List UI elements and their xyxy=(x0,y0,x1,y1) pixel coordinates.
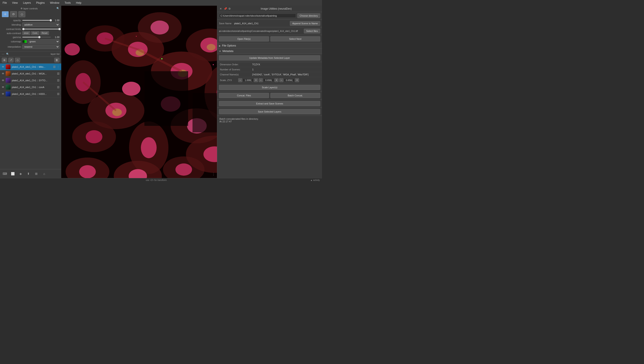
cont-btn[interactable]: Cont. xyxy=(31,31,39,35)
shapes-layer-btn[interactable]: ↗ xyxy=(8,58,14,62)
reset-btn[interactable]: Reset xyxy=(40,31,49,35)
layer-dots-0[interactable]: ⋮ xyxy=(57,65,60,68)
svg-point-17 xyxy=(150,20,169,34)
opacity-slider[interactable] xyxy=(22,20,51,21)
menu-help[interactable]: Help xyxy=(75,1,82,5)
layer-list-title: layer list xyxy=(51,53,60,55)
layer-name-2: plate1_A14_site1_Ch1 :: SYTO... xyxy=(12,79,56,82)
move-tool-btn[interactable]: ✛ xyxy=(2,11,9,17)
scale-y-plus-btn[interactable]: + xyxy=(275,78,279,82)
file-path-text: ari-ndev\docs\tutorial\cellpainting\Conc… xyxy=(219,30,303,32)
menu-plugins[interactable]: Plugins xyxy=(35,1,46,5)
menu-tools[interactable]: Tools xyxy=(64,1,72,5)
layer-image-icon-2: 🖼 xyxy=(57,79,60,82)
layer-item-2[interactable]: 👁 plate1_A14_site1_Ch1 :: SYTO... 🖼 xyxy=(0,77,61,84)
menu-view[interactable]: View xyxy=(11,1,19,5)
scale-y-input[interactable] xyxy=(263,78,274,82)
contrast-row: contrast limits: xyxy=(2,28,60,30)
directory-path-input[interactable] xyxy=(219,14,296,18)
eye-icon-3[interactable]: 👁 xyxy=(2,86,4,89)
settings-icon[interactable]: ⚙ xyxy=(228,7,231,10)
scale-layer-btn[interactable]: Scale Layer(s) xyxy=(219,85,320,90)
eye-icon-0[interactable]: 👁 xyxy=(2,65,4,68)
extract-save-btn[interactable]: Extract and Save Scenes xyxy=(219,101,320,106)
layer-controls-title: layer controls xyxy=(24,7,38,10)
layer-item-3[interactable]: 👁 plate1_A14_site1_Ch1 :: conA 🖼 xyxy=(0,84,61,91)
save-name-row: Save Name plate1_A14_site1_Ch1 Append Sc… xyxy=(217,20,322,27)
interpolation-row: interpolation: nearest xyxy=(2,44,60,49)
scale-layer-row: Scale Layer(s) xyxy=(217,84,322,92)
scale-z-plus-btn[interactable]: + xyxy=(254,78,258,82)
layer-name-4: plate1_A14_site1_Ch1 :: H333... xyxy=(12,93,56,95)
grid-icon[interactable]: ⊞ xyxy=(33,171,39,177)
layer-item-4[interactable]: 👁 plate1_A14_site1_Ch1 :: H333... 🖼 xyxy=(0,91,61,98)
scale-row: Scale, ZYX − + − + − + xyxy=(217,77,322,84)
blending-select[interactable]: additive xyxy=(22,22,60,27)
layer-toolbar: ⊕ ↗ ◇ 🗑 xyxy=(0,57,61,64)
select-layer-btn[interactable]: ⊕ xyxy=(2,58,7,62)
metadata-section-header[interactable]: ▼ Metadata xyxy=(217,48,322,54)
scale-z-minus-btn[interactable]: − xyxy=(238,78,242,82)
menu-layers[interactable]: Layers xyxy=(22,1,32,5)
scale-y-minus-btn[interactable]: − xyxy=(259,78,263,82)
microscopy-canvas xyxy=(61,6,217,178)
activity-label[interactable]: ▲ activity xyxy=(310,179,320,181)
layer-item-0[interactable]: 👁 plate1_A14_site1_Ch1 :: Mito... 🖼 ⋮ xyxy=(0,64,61,70)
eye-icon-2[interactable]: 👁 xyxy=(2,79,4,82)
close-panel-btn[interactable]: ✕ xyxy=(219,7,223,10)
layer-thumb-1 xyxy=(6,71,11,76)
menu-file[interactable]: File xyxy=(2,1,8,5)
canvas-area[interactable]: ⋮ xyxy=(61,6,217,178)
eye-icon-4[interactable]: 👁 xyxy=(2,92,4,96)
colormap-row: colormap: green xyxy=(2,39,60,44)
pin-icon[interactable]: 📌 xyxy=(224,7,227,10)
select-tool-btn[interactable]: ◇ xyxy=(18,11,25,17)
layer-item-1[interactable]: 👁 plate1_A14_site1_Ch1 :: WGA... 🖼 xyxy=(0,70,61,77)
open-select-row: Open File(s) Select Next xyxy=(217,35,322,43)
dimension-order-label: Dimension Order: xyxy=(220,63,251,66)
gamma-label: gamma: xyxy=(2,36,22,38)
layer-name-0: plate1_A14_site1_Ch1 :: Mito... xyxy=(12,66,52,68)
colormap-select[interactable]: green xyxy=(28,39,60,44)
log-area: Batch concatenated files in directory. A… xyxy=(217,116,322,178)
menu-window[interactable]: Window xyxy=(49,1,60,5)
move-icon: ⊕ xyxy=(21,7,23,10)
metadata-triangle: ▼ xyxy=(219,50,221,52)
append-scene-btn[interactable]: Append Scene to Name xyxy=(290,21,320,26)
concat-files-btn[interactable]: Concat. Files xyxy=(219,93,269,98)
3d-icon[interactable]: ◈ xyxy=(18,171,24,177)
labels-layer-btn[interactable]: ◇ xyxy=(15,58,20,62)
export-icon[interactable]: ⬆ xyxy=(25,171,32,177)
new-image-icon[interactable]: ⬜ xyxy=(10,171,16,177)
gamma-slider[interactable] xyxy=(22,37,51,38)
once-btn[interactable]: once xyxy=(22,31,30,35)
search-layers-icon[interactable]: 🔍 xyxy=(6,53,9,56)
choose-directory-btn[interactable]: Choose directory xyxy=(297,13,320,18)
open-files-btn[interactable]: Open File(s) xyxy=(219,36,269,42)
save-selected-layers-btn[interactable]: Save Selected Layers xyxy=(219,109,320,114)
scale-x-input[interactable] xyxy=(284,78,295,82)
scale-z-input[interactable] xyxy=(243,78,254,82)
transform-tool-btn[interactable]: ⟳ xyxy=(10,11,17,17)
layer-list-dots[interactable]: ··· xyxy=(2,52,4,56)
search-icon[interactable]: 🔍 xyxy=(56,7,60,10)
file-options-section-header[interactable]: ▶ File Options xyxy=(217,43,322,48)
eye-icon-1[interactable]: 👁 xyxy=(2,72,4,75)
contrast-slider[interactable] xyxy=(22,28,60,30)
delete-layer-btn[interactable]: 🗑 xyxy=(54,58,60,62)
batch-concat-btn[interactable]: Batch Concat. xyxy=(270,93,320,98)
layer-image-icon-3: 🖼 xyxy=(57,86,60,88)
scale-x-group: − + xyxy=(279,78,299,82)
right-panel: ✕ 📌 ⚙ Image Utilities (neuralDev) Choose… xyxy=(217,6,322,178)
colormap-label: colormap: xyxy=(2,40,22,43)
scale-z-group: − + xyxy=(238,78,258,82)
select-next-btn[interactable]: Select Next xyxy=(270,36,320,42)
terminal-icon[interactable]: ⌨ xyxy=(2,171,8,177)
scale-x-minus-btn[interactable]: − xyxy=(279,78,283,82)
scale-x-plus-btn[interactable]: + xyxy=(295,78,299,82)
select-files-btn[interactable]: Select files xyxy=(304,28,320,34)
file-path-row: ari-ndev\docs\tutorial\cellpainting\Conc… xyxy=(217,27,322,35)
home-icon[interactable]: ⌂ xyxy=(41,171,47,177)
interpolation-select[interactable]: nearest xyxy=(22,44,60,49)
update-metadata-btn[interactable]: Update Metadata from Selected Layer xyxy=(219,55,320,60)
